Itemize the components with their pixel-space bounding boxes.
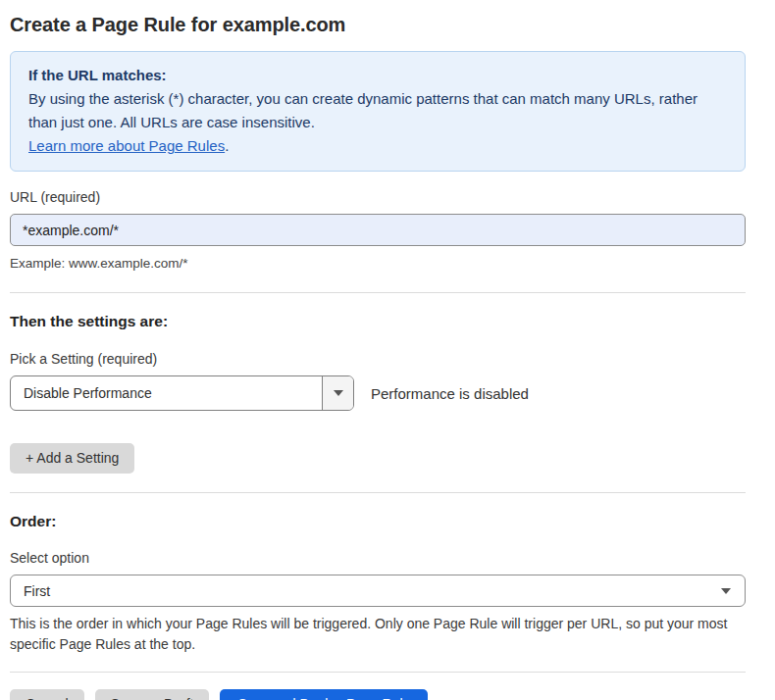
order-help-text: This is the order in which your Page Rul… [10, 614, 746, 655]
link-period: . [225, 137, 229, 154]
add-setting-button[interactable]: + Add a Setting [10, 443, 134, 474]
section-divider [10, 292, 746, 293]
cancel-button[interactable]: Cancel [10, 689, 84, 700]
footer-divider [10, 672, 746, 673]
settings-section-heading: Then the settings are: [10, 312, 746, 330]
page-rule-form: Create a Page Rule for example.com If th… [0, 0, 775, 700]
order-select-value: First [24, 583, 50, 599]
save-and-deploy-button[interactable]: Save and Deploy Page Rule [220, 689, 428, 700]
info-box-heading: If the URL matches: [28, 64, 727, 87]
setting-row: Disable Performance Performance is disab… [10, 375, 746, 411]
learn-more-link[interactable]: Learn more about Page Rules [28, 137, 225, 154]
chevron-down-icon [334, 390, 343, 396]
order-section-heading: Order: [10, 512, 746, 530]
order-select-label: Select option [10, 550, 746, 567]
setting-select-arrow-button[interactable] [322, 376, 353, 410]
setting-select-value: Disable Performance [11, 376, 322, 410]
save-as-draft-button[interactable]: Save as Draft [95, 689, 210, 700]
url-example-text: Example: www.example.com/* [10, 256, 746, 272]
info-box-body: By using the asterisk (*) character, you… [28, 87, 727, 134]
url-input[interactable] [10, 214, 746, 246]
page-title: Create a Page Rule for example.com [10, 12, 746, 38]
setting-select[interactable]: Disable Performance [10, 375, 354, 411]
section-divider [10, 492, 746, 493]
setting-status-text: Performance is disabled [371, 385, 529, 402]
info-box-link-line: Learn more about Page Rules. [28, 134, 727, 158]
url-field-label: URL (required) [10, 189, 746, 206]
chevron-down-icon [721, 588, 731, 594]
pick-setting-label: Pick a Setting (required) [10, 351, 746, 368]
action-buttons: Cancel Save as Draft Save and Deploy Pag… [10, 689, 746, 700]
order-select[interactable]: First [10, 575, 746, 607]
url-match-info-box: If the URL matches: By using the asteris… [10, 51, 746, 172]
